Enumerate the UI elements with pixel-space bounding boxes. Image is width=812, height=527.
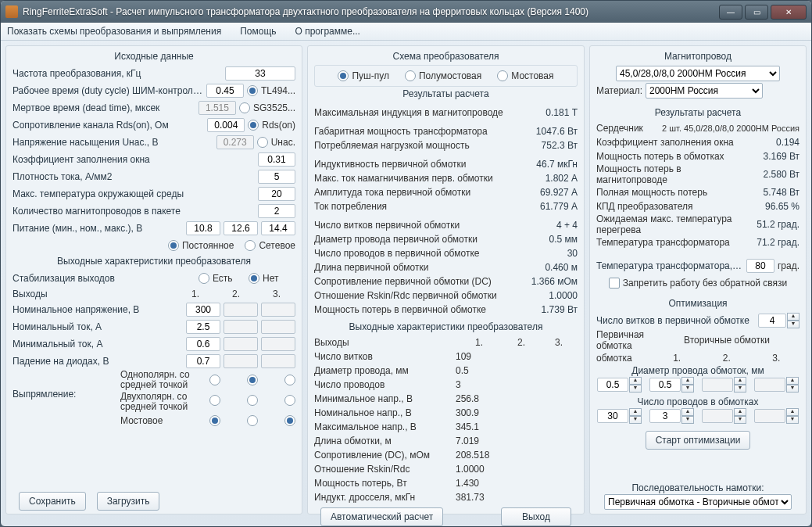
dens-input[interactable] — [258, 170, 295, 184]
seq-select[interactable]: Первичная обмотка - Вторичные обмотки — [604, 494, 792, 510]
dc-label: Постоянное — [182, 240, 234, 251]
pmax-input[interactable] — [261, 221, 295, 235]
inom1-input[interactable] — [186, 320, 220, 334]
rdson-label: Rds(on) — [262, 120, 295, 131]
opt-d3-input[interactable] — [754, 378, 785, 392]
rect1-o2[interactable] — [247, 375, 258, 385]
out-chars-res-title: Выходные характеристики преобразователя — [314, 320, 578, 335]
rect3-o2[interactable] — [247, 415, 258, 426]
opt-d1-input[interactable] — [649, 378, 681, 392]
imin2-input[interactable] — [224, 337, 258, 351]
cores-label: Количество магнитопроводов в пакете — [13, 206, 255, 217]
opt-prim-label: Первичная обмотка — [596, 329, 651, 351]
duty-input[interactable] — [206, 84, 244, 98]
vd-label: Падение на диодах, В — [13, 356, 183, 367]
opt-np3-input[interactable] — [754, 409, 785, 423]
rect2-o3[interactable] — [284, 395, 295, 406]
menu-schemes[interactable]: Показать схемы преобразования и выпрямле… — [7, 26, 221, 37]
inom2-input[interactable] — [224, 320, 258, 334]
opt-np2-input[interactable] — [702, 409, 733, 423]
load-button[interactable]: Загрузить — [97, 492, 160, 511]
no-feedback-label: Запретить работу без обратной связи — [623, 278, 788, 289]
tlim-label: Температура трансформатора, не более — [596, 260, 743, 271]
vnom2-input[interactable] — [224, 303, 258, 317]
results-title: Результаты расчета — [314, 87, 578, 102]
ac-radio[interactable] — [245, 240, 256, 251]
usat-radio[interactable] — [257, 137, 268, 148]
stab-no-radio[interactable] — [249, 273, 259, 284]
material-label: Материал: — [596, 85, 642, 96]
ac-label: Сетевое — [259, 240, 295, 251]
close-button[interactable]: ✕ — [771, 5, 807, 20]
core-select[interactable]: 45,0/28,0/8,0 2000НМ Россия — [616, 66, 780, 81]
opt-np0-input[interactable] — [597, 409, 628, 423]
rdson-radio[interactable] — [248, 120, 259, 131]
rect3-o1[interactable] — [209, 415, 220, 426]
spin-down-icon[interactable]: ▼ — [787, 321, 799, 328]
stab-yes-radio[interactable] — [199, 273, 209, 284]
freq-label: Частота преобразования, кГц — [13, 68, 222, 79]
imin3-input[interactable] — [261, 337, 295, 351]
core-title: Магнитопровод — [596, 49, 799, 65]
opt-np1-input[interactable] — [649, 409, 681, 423]
rect1-o1[interactable] — [209, 375, 220, 385]
tl494-radio[interactable] — [247, 85, 258, 96]
stab-yes-label: Есть — [213, 273, 233, 284]
dead-label: Мертвое время (dead time), мксек — [13, 102, 195, 113]
dc-radio[interactable] — [168, 240, 179, 251]
opt-d2-input[interactable] — [702, 378, 733, 392]
outc1: 1. — [177, 289, 214, 299]
seq-label: Последовательность намотки: — [596, 482, 799, 493]
sg3525-radio[interactable] — [239, 102, 250, 113]
app-icon — [5, 5, 18, 18]
temp-input[interactable] — [258, 187, 295, 201]
tlim-input[interactable] — [746, 259, 774, 273]
freq-input[interactable] — [225, 66, 295, 81]
outputs-label: Выходы — [13, 289, 173, 299]
core-results-title: Результаты расчета — [596, 106, 799, 121]
opt-d0-input[interactable] — [597, 378, 628, 392]
vnom1-input[interactable] — [186, 303, 220, 317]
rect2-o2[interactable] — [247, 395, 258, 406]
start-opt-button[interactable]: Старт оптимизации — [646, 431, 751, 450]
opt-title: Оптимизация — [596, 296, 799, 312]
vd1-input[interactable] — [186, 354, 220, 368]
spin-up-icon[interactable]: ▲ — [787, 313, 799, 321]
scheme-pushpull[interactable] — [338, 70, 349, 81]
opt-np-label: Число проводов в обмотках — [596, 396, 799, 407]
rds-input[interactable] — [207, 118, 245, 132]
vnom3-input[interactable] — [261, 303, 295, 317]
inom3-input[interactable] — [261, 320, 295, 334]
scheme-bridge[interactable] — [497, 70, 508, 81]
fill-input[interactable] — [258, 152, 295, 167]
opt-n1-input[interactable] — [758, 314, 786, 328]
sg3525-label: SG3525... — [253, 102, 295, 113]
rect3-label: Мостовое — [120, 415, 206, 426]
dead-input — [199, 101, 236, 115]
material-select[interactable]: 2000НМ Россия — [646, 83, 763, 99]
menu-help[interactable]: Помощь — [240, 26, 276, 37]
maximize-button[interactable]: ▭ — [745, 5, 768, 20]
pow-label: Питание (мин., ном., макс.), В — [13, 223, 183, 234]
usat-label: Напряжение насыщения Uнас., В — [13, 137, 213, 148]
duty-label: Рабочее время (duty cycle) ШИМ-контролле… — [13, 85, 203, 96]
cores-input[interactable] — [258, 204, 295, 218]
menu-about[interactable]: О программе... — [295, 26, 360, 37]
auto-calc-button[interactable]: Автоматический расчет — [320, 507, 443, 526]
exit-button[interactable]: Выход — [501, 507, 571, 526]
save-button[interactable]: Сохранить — [19, 492, 86, 511]
rect3-o3[interactable] — [284, 415, 295, 426]
scheme-halfbridge[interactable] — [405, 70, 416, 81]
pmin-input[interactable] — [186, 221, 220, 235]
pnom-input[interactable] — [224, 221, 258, 235]
stab-label: Стабилизация выходов — [13, 273, 195, 284]
minimize-button[interactable]: — — [719, 5, 742, 20]
rect2-o1[interactable] — [209, 395, 220, 406]
rect1-o3[interactable] — [284, 375, 295, 385]
no-feedback-check[interactable] — [609, 278, 620, 289]
vd2-input[interactable] — [224, 354, 258, 368]
imin1-input[interactable] — [186, 337, 220, 351]
opt-d-label: Диаметр провода обмоток, мм — [596, 365, 799, 376]
menubar: Показать схемы преобразования и выпрямле… — [1, 23, 811, 41]
vd3-input[interactable] — [261, 354, 295, 368]
